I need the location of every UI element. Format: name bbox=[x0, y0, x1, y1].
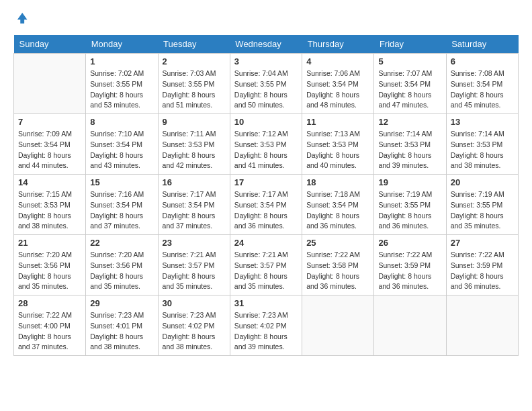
calendar-cell: 7Sunrise: 7:09 AMSunset: 3:54 PMDaylight… bbox=[14, 114, 86, 175]
day-number: 28 bbox=[18, 298, 81, 308]
calendar-cell: 28Sunrise: 7:22 AMSunset: 4:00 PMDayligh… bbox=[14, 295, 86, 356]
day-header-monday: Monday bbox=[86, 35, 158, 54]
calendar-cell: 13Sunrise: 7:14 AMSunset: 3:53 PMDayligh… bbox=[446, 114, 518, 175]
calendar-cell: 26Sunrise: 7:22 AMSunset: 3:59 PMDayligh… bbox=[374, 235, 446, 295]
calendar-cell: 12Sunrise: 7:14 AMSunset: 3:53 PMDayligh… bbox=[374, 114, 446, 175]
day-number: 22 bbox=[90, 238, 153, 248]
day-number: 5 bbox=[378, 56, 441, 66]
day-info: Sunrise: 7:02 AMSunset: 3:55 PMDaylight:… bbox=[90, 68, 153, 111]
day-number: 3 bbox=[234, 56, 298, 66]
logo-icon bbox=[13, 11, 28, 26]
calendar-cell bbox=[302, 295, 374, 356]
calendar-cell bbox=[14, 54, 86, 114]
calendar-cell: 20Sunrise: 7:19 AMSunset: 3:55 PMDayligh… bbox=[446, 175, 518, 235]
day-info: Sunrise: 7:19 AMSunset: 3:55 PMDaylight:… bbox=[378, 189, 441, 232]
day-info: Sunrise: 7:23 AMSunset: 4:02 PMDaylight:… bbox=[163, 310, 226, 353]
day-info: Sunrise: 7:11 AMSunset: 3:53 PMDaylight:… bbox=[163, 129, 226, 171]
calendar-cell bbox=[446, 295, 518, 356]
day-header-wednesday: Wednesday bbox=[230, 35, 302, 54]
calendar-cell: 5Sunrise: 7:07 AMSunset: 3:54 PMDaylight… bbox=[374, 54, 446, 114]
day-number: 14 bbox=[18, 177, 81, 187]
day-number: 10 bbox=[234, 117, 298, 127]
day-number: 18 bbox=[306, 177, 369, 187]
day-number: 8 bbox=[90, 117, 153, 127]
day-info: Sunrise: 7:16 AMSunset: 3:54 PMDaylight:… bbox=[90, 189, 153, 232]
day-info: Sunrise: 7:15 AMSunset: 3:53 PMDaylight:… bbox=[18, 189, 81, 232]
calendar-cell: 8Sunrise: 7:10 AMSunset: 3:54 PMDaylight… bbox=[86, 114, 158, 175]
day-info: Sunrise: 7:14 AMSunset: 3:53 PMDaylight:… bbox=[451, 129, 514, 171]
calendar-cell: 11Sunrise: 7:13 AMSunset: 3:53 PMDayligh… bbox=[302, 114, 374, 175]
day-number: 20 bbox=[451, 177, 514, 187]
day-number: 24 bbox=[234, 238, 298, 248]
svg-marker-0 bbox=[17, 13, 28, 24]
day-info: Sunrise: 7:09 AMSunset: 3:54 PMDaylight:… bbox=[18, 129, 81, 171]
calendar-week-3: 14Sunrise: 7:15 AMSunset: 3:53 PMDayligh… bbox=[14, 175, 519, 235]
day-info: Sunrise: 7:20 AMSunset: 3:56 PMDaylight:… bbox=[90, 250, 153, 292]
day-info: Sunrise: 7:14 AMSunset: 3:53 PMDaylight:… bbox=[378, 129, 441, 171]
day-info: Sunrise: 7:23 AMSunset: 4:01 PMDaylight:… bbox=[90, 310, 153, 353]
calendar-cell: 4Sunrise: 7:06 AMSunset: 3:54 PMDaylight… bbox=[302, 54, 374, 114]
day-info: Sunrise: 7:18 AMSunset: 3:54 PMDaylight:… bbox=[306, 189, 369, 232]
calendar-cell: 1Sunrise: 7:02 AMSunset: 3:55 PMDaylight… bbox=[86, 54, 158, 114]
calendar-cell: 16Sunrise: 7:17 AMSunset: 3:54 PMDayligh… bbox=[158, 175, 230, 235]
calendar-cell: 23Sunrise: 7:21 AMSunset: 3:57 PMDayligh… bbox=[158, 235, 230, 295]
calendar-cell: 24Sunrise: 7:21 AMSunset: 3:57 PMDayligh… bbox=[230, 235, 302, 295]
day-number: 29 bbox=[90, 298, 153, 308]
day-header-saturday: Saturday bbox=[446, 35, 518, 54]
calendar-cell: 22Sunrise: 7:20 AMSunset: 3:56 PMDayligh… bbox=[86, 235, 158, 295]
day-info: Sunrise: 7:07 AMSunset: 3:54 PMDaylight:… bbox=[378, 68, 441, 111]
day-number: 25 bbox=[306, 238, 369, 248]
day-info: Sunrise: 7:21 AMSunset: 3:57 PMDaylight:… bbox=[234, 250, 298, 292]
calendar-cell: 2Sunrise: 7:03 AMSunset: 3:55 PMDaylight… bbox=[158, 54, 230, 114]
day-number: 13 bbox=[451, 117, 514, 127]
day-number: 4 bbox=[306, 56, 369, 66]
day-info: Sunrise: 7:10 AMSunset: 3:54 PMDaylight:… bbox=[90, 129, 153, 171]
day-number: 7 bbox=[18, 117, 81, 127]
calendar-cell bbox=[374, 295, 446, 356]
day-header-tuesday: Tuesday bbox=[158, 35, 230, 54]
calendar-cell: 21Sunrise: 7:20 AMSunset: 3:56 PMDayligh… bbox=[14, 235, 86, 295]
calendar-cell: 19Sunrise: 7:19 AMSunset: 3:55 PMDayligh… bbox=[374, 175, 446, 235]
day-number: 6 bbox=[451, 56, 514, 66]
calendar-header: SundayMondayTuesdayWednesdayThursdayFrid… bbox=[14, 35, 519, 54]
calendar-week-5: 28Sunrise: 7:22 AMSunset: 4:00 PMDayligh… bbox=[14, 295, 519, 356]
calendar-cell: 30Sunrise: 7:23 AMSunset: 4:02 PMDayligh… bbox=[158, 295, 230, 356]
calendar-cell: 27Sunrise: 7:22 AMSunset: 3:59 PMDayligh… bbox=[446, 235, 518, 295]
day-info: Sunrise: 7:17 AMSunset: 3:54 PMDaylight:… bbox=[234, 189, 298, 232]
calendar-cell: 31Sunrise: 7:23 AMSunset: 4:02 PMDayligh… bbox=[230, 295, 302, 356]
day-info: Sunrise: 7:08 AMSunset: 3:54 PMDaylight:… bbox=[451, 68, 514, 111]
calendar-week-2: 7Sunrise: 7:09 AMSunset: 3:54 PMDaylight… bbox=[14, 114, 519, 175]
day-info: Sunrise: 7:03 AMSunset: 3:55 PMDaylight:… bbox=[163, 68, 226, 111]
calendar-table: SundayMondayTuesdayWednesdayThursdayFrid… bbox=[13, 35, 519, 356]
day-info: Sunrise: 7:12 AMSunset: 3:53 PMDaylight:… bbox=[234, 129, 298, 171]
calendar-cell: 10Sunrise: 7:12 AMSunset: 3:53 PMDayligh… bbox=[230, 114, 302, 175]
calendar-cell: 15Sunrise: 7:16 AMSunset: 3:54 PMDayligh… bbox=[86, 175, 158, 235]
calendar-week-4: 21Sunrise: 7:20 AMSunset: 3:56 PMDayligh… bbox=[14, 235, 519, 295]
calendar-cell: 25Sunrise: 7:22 AMSunset: 3:58 PMDayligh… bbox=[302, 235, 374, 295]
day-info: Sunrise: 7:04 AMSunset: 3:55 PMDaylight:… bbox=[234, 68, 298, 111]
calendar-cell: 29Sunrise: 7:23 AMSunset: 4:01 PMDayligh… bbox=[86, 295, 158, 356]
day-number: 9 bbox=[163, 117, 226, 127]
calendar-cell: 17Sunrise: 7:17 AMSunset: 3:54 PMDayligh… bbox=[230, 175, 302, 235]
calendar-cell: 14Sunrise: 7:15 AMSunset: 3:53 PMDayligh… bbox=[14, 175, 86, 235]
calendar-cell: 6Sunrise: 7:08 AMSunset: 3:54 PMDaylight… bbox=[446, 54, 518, 114]
day-number: 11 bbox=[306, 117, 369, 127]
calendar-week-1: 1Sunrise: 7:02 AMSunset: 3:55 PMDaylight… bbox=[14, 54, 519, 114]
day-header-friday: Friday bbox=[374, 35, 446, 54]
day-number: 15 bbox=[90, 177, 153, 187]
day-info: Sunrise: 7:13 AMSunset: 3:53 PMDaylight:… bbox=[306, 129, 369, 171]
day-info: Sunrise: 7:22 AMSunset: 4:00 PMDaylight:… bbox=[18, 310, 81, 353]
calendar-cell: 3Sunrise: 7:04 AMSunset: 3:55 PMDaylight… bbox=[230, 54, 302, 114]
day-number: 21 bbox=[18, 238, 81, 248]
logo bbox=[13, 11, 31, 28]
day-number: 19 bbox=[378, 177, 441, 187]
day-number: 23 bbox=[163, 238, 226, 248]
day-info: Sunrise: 7:19 AMSunset: 3:55 PMDaylight:… bbox=[451, 189, 514, 232]
day-header-sunday: Sunday bbox=[14, 35, 86, 54]
day-number: 17 bbox=[234, 177, 298, 187]
day-number: 12 bbox=[378, 117, 441, 127]
day-number: 30 bbox=[163, 298, 226, 308]
day-info: Sunrise: 7:20 AMSunset: 3:56 PMDaylight:… bbox=[18, 250, 81, 292]
day-number: 26 bbox=[378, 238, 441, 248]
day-number: 31 bbox=[234, 298, 298, 308]
